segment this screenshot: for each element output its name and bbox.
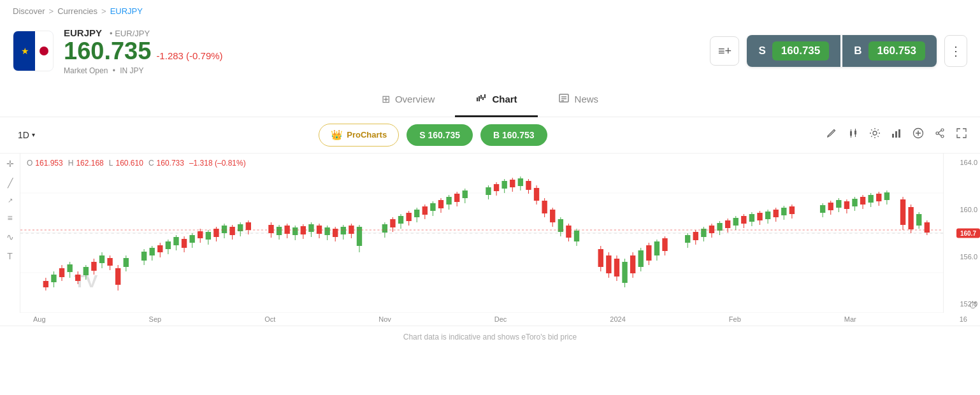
h-value: 162.168 <box>76 159 103 168</box>
overview-icon: ⊞ <box>382 93 390 105</box>
tab-chart[interactable]: Chart <box>455 83 537 117</box>
svg-rect-32 <box>43 281 48 287</box>
tab-news-label: News <box>575 94 599 104</box>
svg-rect-166 <box>654 241 659 255</box>
svg-rect-12 <box>854 131 856 134</box>
sell-price: 160.735 <box>772 41 829 61</box>
svg-rect-184 <box>741 216 746 224</box>
crosshair-tool[interactable]: ✛ <box>6 159 14 169</box>
svg-rect-92 <box>308 224 313 232</box>
line-tool[interactable]: ╱ <box>8 178 13 188</box>
expand-icon[interactable] <box>956 127 967 142</box>
svg-rect-172 <box>693 232 698 240</box>
procharts-button[interactable]: 👑 ProCharts <box>319 124 399 147</box>
svg-rect-16 <box>892 134 894 138</box>
more-icon: ⋮ <box>949 43 962 59</box>
tab-bar: ⊞ Overview Chart News <box>0 83 980 117</box>
svg-rect-222 <box>925 222 930 233</box>
chart-footer: Chart data is indicative and shows eToro… <box>0 326 980 348</box>
time-icon[interactable]: ⏱ <box>969 300 977 310</box>
time-feb: Feb <box>729 315 741 323</box>
svg-rect-58 <box>157 245 162 252</box>
curve-tool[interactable]: ∿ <box>6 232 14 242</box>
svg-rect-136 <box>518 178 523 186</box>
time-axis: Aug Sep Oct Nov Dec 2024 Feb Mar 16 <box>0 313 980 326</box>
svg-rect-194 <box>781 208 786 215</box>
svg-rect-176 <box>709 226 714 233</box>
svg-rect-220 <box>916 214 921 226</box>
svg-rect-60 <box>166 241 171 249</box>
toolbar-right <box>826 127 967 142</box>
svg-rect-124 <box>454 194 459 202</box>
draw-icon[interactable] <box>826 127 837 142</box>
svg-rect-152 <box>598 249 603 267</box>
breadcrumb-currencies[interactable]: Currencies <box>57 6 97 16</box>
c-value: 160.733 <box>157 159 184 168</box>
candle-type-icon[interactable] <box>847 127 859 142</box>
tab-news[interactable]: News <box>538 83 619 117</box>
breadcrumb-discover[interactable]: Discover <box>13 6 45 16</box>
breadcrumb: Discover > Currencies > EURJPY <box>0 0 980 22</box>
toolbar-center: 👑 ProCharts S 160.735 B 160.753 <box>48 124 818 147</box>
svg-rect-138 <box>526 181 531 190</box>
text-tool[interactable]: T <box>7 251 13 261</box>
sell-button[interactable]: S 160.735 <box>747 35 840 67</box>
watchlist-button[interactable]: ≡+ <box>710 36 739 66</box>
horizontal-tool[interactable]: ≡ <box>7 213 12 223</box>
breadcrumb-arrow-1: > <box>49 6 54 16</box>
indicator-icon[interactable] <box>891 127 902 142</box>
add-icon[interactable] <box>912 127 924 142</box>
svg-rect-64 <box>182 239 187 248</box>
svg-rect-192 <box>773 210 778 217</box>
svg-rect-126 <box>463 190 468 198</box>
svg-rect-186 <box>749 214 754 222</box>
breadcrumb-arrow-2: > <box>101 6 106 16</box>
h-label: H <box>68 159 74 168</box>
l-label: L <box>109 159 113 168</box>
arrow-tool[interactable]: ↗ <box>8 197 13 204</box>
svg-rect-52 <box>124 258 129 267</box>
svg-rect-128 <box>486 187 491 195</box>
svg-rect-68 <box>198 231 203 238</box>
svg-rect-66 <box>189 235 194 243</box>
currency-change: -1.283 (-0.79%) <box>156 50 222 61</box>
svg-rect-96 <box>324 227 329 235</box>
share-icon[interactable] <box>934 127 946 142</box>
svg-rect-218 <box>908 207 913 229</box>
chart-sell-button[interactable]: S 160.735 <box>407 124 473 146</box>
sell-label: S <box>758 45 765 57</box>
svg-rect-17 <box>895 131 897 138</box>
settings-icon[interactable] <box>869 127 881 142</box>
svg-rect-82 <box>268 225 273 233</box>
more-button[interactable]: ⋮ <box>944 35 967 67</box>
svg-rect-150 <box>574 231 579 241</box>
currency-pair: • EUR/JPY <box>110 29 150 38</box>
svg-rect-170 <box>685 235 690 243</box>
svg-rect-132 <box>501 181 507 189</box>
svg-rect-108 <box>390 219 395 227</box>
svg-rect-182 <box>733 218 739 226</box>
price-164: 164.0 <box>946 159 977 166</box>
chart-buy-button[interactable]: B 160.753 <box>480 124 547 146</box>
timeframe-selector[interactable]: 1D ▾ <box>13 127 40 143</box>
tab-overview[interactable]: ⊞ Overview <box>361 83 456 117</box>
svg-point-24 <box>941 135 944 138</box>
chart-left-tools: ✛ ╱ ↗ ≡ ∿ T <box>0 154 20 313</box>
time-2024: 2024 <box>610 315 625 323</box>
svg-rect-116 <box>422 206 428 215</box>
chart-icon <box>475 92 487 106</box>
buy-button[interactable]: B 160.753 <box>842 35 937 67</box>
price-160: 160.0 <box>946 206 977 213</box>
currency-info: EURJPY • EUR/JPY 160.735 -1.283 (-0.79%)… <box>64 27 223 75</box>
c-label: C <box>148 159 154 168</box>
svg-rect-40 <box>75 275 80 281</box>
timeframe-value: 1D <box>18 130 29 140</box>
svg-rect-178 <box>717 223 722 231</box>
procharts-label: ProCharts <box>347 130 387 140</box>
svg-rect-216 <box>900 199 905 225</box>
svg-rect-154 <box>606 255 611 273</box>
time-sep: Sep <box>149 315 162 323</box>
svg-rect-34 <box>51 275 56 282</box>
chart-buy-label: B 160.753 <box>493 130 535 140</box>
svg-rect-106 <box>382 224 387 233</box>
